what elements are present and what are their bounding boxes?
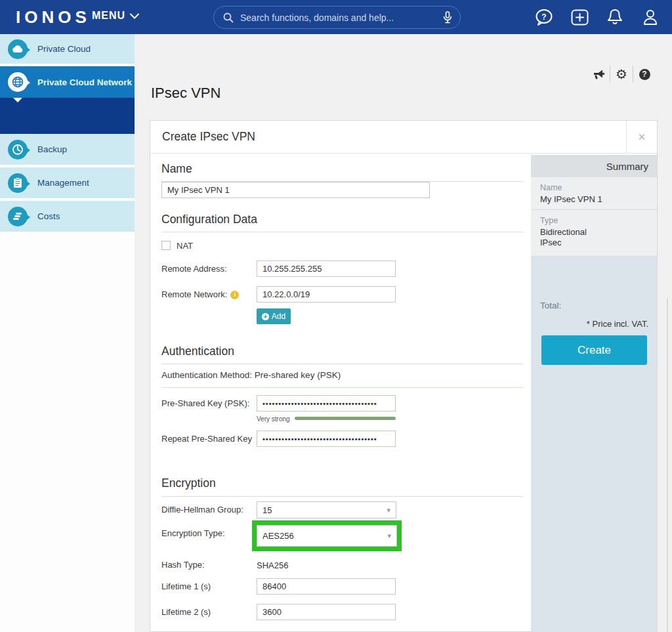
create-new-button[interactable] xyxy=(570,7,589,27)
section-heading-encryption: Encryption xyxy=(161,476,216,490)
account-user-button[interactable] xyxy=(640,7,660,27)
chevron-down-icon: ▾ xyxy=(387,532,391,540)
remote-address-input[interactable] xyxy=(257,261,396,277)
menu-label: MENU xyxy=(92,10,125,22)
dh-group-label: Diffie-Hellman Group: xyxy=(161,501,243,518)
close-icon[interactable]: ✕ xyxy=(626,121,657,154)
chevron-down-icon: ▾ xyxy=(387,506,390,515)
announcements-megaphone-icon[interactable] xyxy=(587,65,610,83)
search-bar[interactable] xyxy=(213,6,461,29)
microphone-icon[interactable] xyxy=(443,11,452,24)
notifications-bell-button[interactable] xyxy=(605,7,625,27)
sidebar-item-label: Management xyxy=(37,178,89,188)
encryption-type-select[interactable]: AES256 ▾ xyxy=(257,525,397,547)
section-divider xyxy=(161,496,523,497)
sidebar-item-label: Private Cloud xyxy=(37,44,91,54)
vat-note: * Price incl. VAT. xyxy=(587,319,648,329)
sidebar-item-backup[interactable]: Backup xyxy=(0,134,135,165)
search-icon xyxy=(223,12,234,23)
remote-address-label: Remote Address: xyxy=(161,261,227,277)
cloud-icon xyxy=(8,39,28,59)
info-icon[interactable]: i xyxy=(230,291,239,299)
backup-clock-icon xyxy=(8,140,28,159)
summary-type-value: Bidirectional xyxy=(540,227,648,238)
active-item-pointer xyxy=(13,98,22,102)
remote-network-label: Remote Network:i xyxy=(161,286,239,303)
authentication-method-text: Authentication Method: Pre-shared key (P… xyxy=(161,369,341,382)
help-icon[interactable]: ? xyxy=(633,65,656,83)
summary-title: Summary xyxy=(531,155,657,177)
svg-text:?: ? xyxy=(541,12,546,22)
hash-type-label: Hash Type: xyxy=(161,557,205,573)
sidebar-item-management[interactable]: Management xyxy=(0,167,135,198)
lifetime2-label: Lifetime 2 (s) xyxy=(161,604,211,620)
nat-checkbox[interactable] xyxy=(161,241,171,250)
sidebar-item-label: Backup xyxy=(37,144,67,154)
repeat-psk-label: Repeat Pre-Shared Key xyxy=(161,431,252,447)
section-heading-authentication: Authentication xyxy=(161,345,234,358)
section-divider xyxy=(161,364,523,364)
dialog-title: Create IPsec VPN xyxy=(162,130,255,144)
hash-type-value: SHA256 xyxy=(257,560,288,570)
search-input[interactable] xyxy=(240,12,443,23)
clipboard-icon xyxy=(8,173,28,193)
sidebar-navigation: Private Cloud Private Cloud Network IP A… xyxy=(0,34,135,632)
summary-type-value: IPsec xyxy=(540,238,648,248)
summary-type-label: Type xyxy=(540,216,648,225)
encryption-type-label: Encryption Type: xyxy=(161,525,225,541)
summary-panel: Summary Name My IPsec VPN 1 Type Bidirec… xyxy=(531,155,657,632)
topbar-action-icons: ? xyxy=(534,0,660,34)
lifetime1-input[interactable] xyxy=(257,578,396,595)
chevron-down-icon xyxy=(130,13,139,19)
network-globe-icon xyxy=(8,72,28,92)
psk-password-input[interactable] xyxy=(257,395,396,411)
dh-group-select[interactable]: 15 ▾ xyxy=(257,501,396,518)
page-header-icons: ⚙ ? xyxy=(587,65,656,83)
summary-name-label: Name xyxy=(540,183,648,192)
lifetime1-label: Lifetime 1 (s) xyxy=(161,578,211,595)
auth-method-divider xyxy=(161,387,523,388)
summary-name-value: My IPsec VPN 1 xyxy=(540,194,648,205)
vpn-name-input[interactable] xyxy=(161,182,430,198)
help-chat-button[interactable]: ? xyxy=(534,7,554,27)
coins-icon xyxy=(8,207,28,226)
page-title: IPsec VPN xyxy=(151,85,220,102)
plus-circle-icon: + xyxy=(262,313,269,320)
scrollbar[interactable] xyxy=(667,299,668,632)
highlight-annotation-box: AES256 ▾ xyxy=(252,520,402,551)
summary-name-section: Name My IPsec VPN 1 xyxy=(531,177,657,210)
summary-type-section: Type Bidirectional IPsec xyxy=(531,210,657,257)
top-navigation-bar: IONOS MENU ? xyxy=(0,0,672,34)
lifetime2-input[interactable] xyxy=(257,604,396,620)
sidebar-item-costs[interactable]: Costs xyxy=(0,201,135,232)
summary-total-label: Total: xyxy=(540,301,561,310)
section-divider xyxy=(161,232,523,232)
sidebar-item-label: Costs xyxy=(37,211,60,221)
psk-label: Pre-Shared Key (PSK): xyxy=(161,395,249,411)
password-strength-bar xyxy=(295,417,396,420)
sidebar-item-private-cloud[interactable]: Private Cloud xyxy=(0,34,135,65)
dialog-header: Create IPsec VPN ✕ xyxy=(150,121,657,154)
section-heading-configuration: Configuration Data xyxy=(161,213,257,226)
sidebar-item-label: Private Cloud Network xyxy=(37,77,132,87)
add-network-button[interactable]: + Add xyxy=(257,308,291,324)
repeat-psk-password-input[interactable] xyxy=(257,431,396,447)
ionos-logo: IONOS xyxy=(16,7,91,28)
menu-button[interactable]: MENU xyxy=(92,10,139,22)
create-ipsec-vpn-dialog: Create IPsec VPN ✕ Name Configuration Da… xyxy=(150,120,658,632)
nat-label: NAT xyxy=(177,238,193,254)
create-button[interactable]: Create xyxy=(541,335,647,365)
section-heading-name: Name xyxy=(161,162,192,176)
password-strength-label: Very strong xyxy=(257,415,290,423)
remote-network-input[interactable] xyxy=(257,286,396,303)
sidebar-item-private-cloud-network[interactable]: Private Cloud Network xyxy=(0,66,135,98)
settings-gear-icon[interactable]: ⚙ xyxy=(610,65,633,83)
